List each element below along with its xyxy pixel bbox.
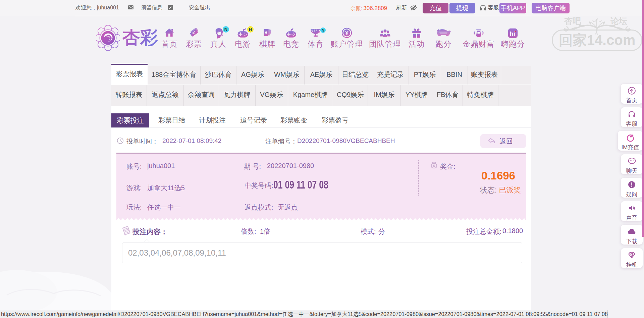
svg-text:hi: hi bbox=[509, 30, 515, 37]
